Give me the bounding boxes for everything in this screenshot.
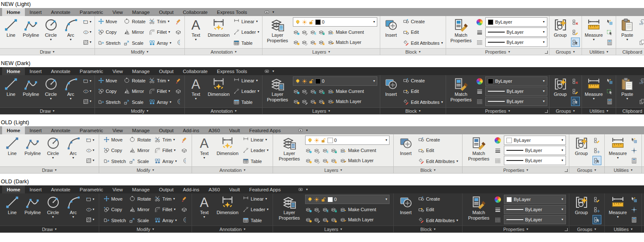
layer-properties-button[interactable]: Layer Properties [276,135,302,166]
linear-button[interactable]: Linear▾ [232,17,260,26]
create-button[interactable]: Create [417,135,460,144]
ellipse-button[interactable]: ▾ [85,205,95,214]
match-layer-button[interactable]: Match Layer [327,97,363,106]
layer-combo[interactable]: 0▾ [305,195,390,204]
edit-attributes-button[interactable]: Edit Attributes▾ [417,157,460,166]
rectangle-button[interactable]: ▾ [85,136,95,144]
layer-thaw-button[interactable] [322,215,329,224]
tab-output[interactable]: Output [154,67,179,75]
move-button[interactable]: Move [97,17,122,26]
layer-unisolate-button[interactable] [301,97,308,106]
group-button[interactable]: Group [572,194,591,225]
hatch-button[interactable]: ▾ [85,215,95,224]
edit-button[interactable]: Edit [402,87,444,96]
insert-button[interactable]: Insert [382,76,400,106]
layer-isolate-button[interactable] [301,87,308,96]
leader-button[interactable]: Leader▾ [232,87,260,96]
fillet-button[interactable]: Fillet▾ [148,87,173,96]
quick-select-button[interactable] [630,195,638,204]
panel-caption-block[interactable]: Block▾ [380,107,446,114]
layer-off-button[interactable] [305,146,312,155]
rectangle-button[interactable]: ▾ [85,195,95,204]
line-button[interactable]: Line [2,76,20,106]
color-wheel-button[interactable] [494,195,502,204]
erase-button[interactable] [180,136,188,144]
line-button[interactable]: Line [2,17,20,47]
mirror-button[interactable]: Mirror [122,87,146,96]
array-button[interactable]: Array▾ [153,216,178,225]
panel-caption-clipboard[interactable]: Clipboard [616,48,644,55]
group-button[interactable]: Group [572,135,591,166]
quick-select-button[interactable] [630,136,638,144]
edit-attributes-button[interactable]: Edit Attributes▾ [402,38,444,47]
lineweight-field[interactable]: ByLayer▾ [504,205,566,214]
match-properties-button[interactable]: Match Properties [465,135,492,166]
linetype-field[interactable]: ByLayer▾ [485,97,547,106]
rotate-button[interactable]: Rotate [128,135,152,144]
linetype-field[interactable]: ByLayer▾ [504,215,566,224]
layer-lock-button[interactable] [318,87,325,96]
text-button[interactable]: AText▾ [187,17,205,47]
transparency-button[interactable] [476,38,484,46]
panel-caption-properties[interactable]: Properties▾ [446,48,549,55]
panel-caption-block[interactable]: Block▾ [394,166,463,173]
scale-button[interactable]: Scale [122,98,146,106]
tab-parametric[interactable]: Parametric [75,67,108,75]
tab-vault[interactable]: Vault [225,185,244,193]
create-button[interactable]: Create [417,194,460,203]
ellipse-button[interactable]: ▾ [82,87,92,95]
edit-button[interactable]: Edit [402,28,444,37]
move-button[interactable]: Move [97,76,122,85]
text-button[interactable]: AText▾ [195,194,214,225]
explode-button[interactable] [174,28,182,36]
layer-combo[interactable]: 0▾ [293,76,377,86]
quick-select-button[interactable] [606,18,614,26]
select-similar-button[interactable] [606,28,614,36]
tab-vault[interactable]: Vault [225,126,244,134]
copy-button[interactable]: Copy [102,146,127,155]
circle-button[interactable]: Circle▾ [42,17,60,47]
array-button[interactable]: Array▾ [153,157,178,166]
dimension-button[interactable]: Dimension [215,194,240,225]
rotate-button[interactable]: Rotate [122,76,146,85]
hatch-button[interactable]: ▾ [82,97,92,106]
panel-caption-clipboard[interactable]: Clipboard [616,107,644,114]
layer-unisolate-button[interactable] [314,215,321,224]
group-edit-button[interactable] [593,195,601,204]
offset-button[interactable] [180,215,188,224]
offset-button[interactable] [174,97,182,106]
group-selection-toggle[interactable] [593,215,601,224]
group-button[interactable]: Group [551,17,570,47]
ellipse-button[interactable]: ▾ [85,146,95,155]
linear-button[interactable]: Linear▾ [232,76,260,85]
erase-button[interactable] [174,18,182,26]
tab-view[interactable]: View [108,126,127,134]
rotate-button[interactable]: Rotate [122,17,146,26]
group-edit-button[interactable] [593,136,601,144]
arc-button[interactable]: Arc▾ [64,135,83,166]
layer-isolate-button[interactable] [301,27,308,37]
group-add-button[interactable] [593,205,601,214]
text-button[interactable]: AText▾ [195,135,214,166]
create-button[interactable]: Create [402,17,444,26]
panel-caption-annotation[interactable]: Annotation▾ [185,107,262,114]
layer-lock-button[interactable] [318,27,325,37]
fillet-button[interactable]: Fillet▾ [153,146,178,155]
panel-caption-layers[interactable]: Layers▾ [273,166,393,173]
panel-caption-groups[interactable]: Groups▾ [569,166,604,173]
cut-button[interactable] [638,77,644,85]
edit-button[interactable]: Edit [417,205,460,214]
circle-button[interactable]: Circle▾ [44,194,62,225]
move-button[interactable]: Move [102,135,127,144]
panel-caption-properties[interactable]: Properties▾ [463,166,568,173]
quick-calc-button[interactable] [630,215,638,224]
copy-doc-button[interactable] [638,97,644,106]
paste-button[interactable]: Paste▾ [618,76,636,106]
tab-featured-apps[interactable]: Featured Apps [244,126,285,134]
color-wheel-button[interactable] [476,77,484,85]
measure-button[interactable]: Measure▾ [608,135,628,166]
layer-unlock-button[interactable] [318,97,325,106]
line-button[interactable]: Line [3,194,22,225]
layer-thaw-button[interactable] [322,156,329,165]
linetype-field[interactable]: ByLayer▾ [504,156,566,165]
